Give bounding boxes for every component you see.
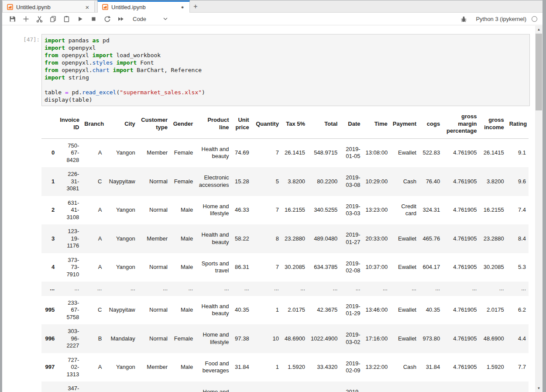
table-row: 996303-96-2227BMandalayNormalFemaleHome … (41, 324, 529, 353)
table-cell: 40.35 (232, 296, 252, 325)
table-cell: Cash (390, 353, 419, 382)
table-cell: Male (170, 224, 196, 253)
table-cell: 6.2 (507, 296, 529, 325)
table-cell: Cash (390, 382, 419, 392)
table-cell: 324.31 (419, 196, 443, 225)
table-cell: Health and beauty (196, 296, 231, 325)
table-cell: 2019-01-27 (340, 224, 363, 253)
table-cell: C (82, 296, 104, 325)
interrupt-kernel-button[interactable] (87, 13, 100, 25)
add-cell-button[interactable] (19, 13, 33, 25)
table-cell: Male (170, 296, 196, 325)
table-cell: Member (138, 138, 170, 167)
column-header: Payment (390, 110, 419, 138)
table-cell: 26.1415 (282, 138, 308, 167)
table-cell: 15.28 (232, 167, 252, 196)
table-cell: 7 (252, 253, 282, 282)
table-cell: Naypyitaw (104, 296, 137, 325)
chevron-down-icon (162, 15, 169, 22)
table-cell: Normal (138, 167, 170, 196)
tab-untitled-1[interactable]: Untitled.ipynb × (2, 0, 95, 12)
table-cell: 20:33:00 (363, 224, 390, 253)
new-tab-button[interactable]: + (190, 0, 201, 12)
table-cell: ... (138, 282, 170, 296)
table-row: ........................................… (41, 282, 529, 296)
table-row: 4373-73-7910AYangonNormalMaleSports and … (41, 253, 529, 282)
cut-cell-button[interactable] (33, 13, 46, 25)
table-cell: 4.761905 (443, 224, 479, 253)
table-cell: Member (138, 224, 170, 253)
paste-cell-button[interactable] (60, 13, 73, 25)
column-header: Rating (507, 110, 529, 138)
table-cell: 7 (252, 138, 282, 167)
notebook-file-icon (7, 4, 13, 10)
table-cell: 4.761905 (443, 382, 479, 392)
table-cell: 634.3785 (308, 253, 340, 282)
column-header: Customer type (138, 110, 170, 138)
tab-untitled-2[interactable]: Untitled.ipynb ● (97, 0, 190, 12)
table-cell: Male (170, 253, 196, 282)
table-cell: Cash (390, 167, 419, 196)
table-cell: 2019-03-08 (340, 167, 363, 196)
vertical-scrollbar[interactable]: ▲ ▼ (535, 26, 543, 392)
table-cell: Yangon (104, 196, 137, 225)
bug-icon (460, 15, 467, 23)
stop-icon (90, 15, 97, 23)
kernel-name[interactable]: Python 3 (ipykernel) (476, 16, 526, 22)
table-cell: 2019-01-29 (340, 296, 363, 325)
table-cell: 65.82 (419, 382, 443, 392)
table-cell: ... (170, 282, 196, 296)
table-cell: ... (82, 282, 104, 296)
table-cell: 31.84 (232, 353, 252, 382)
table-cell: Ewallet (390, 253, 419, 282)
table-cell: 48.6900 (282, 324, 308, 353)
row-index: 1 (41, 167, 57, 196)
table-cell: 65.82 (232, 382, 252, 392)
column-header: gross margin percentage (443, 110, 479, 138)
table-cell: Credit card (390, 196, 419, 225)
table-cell: 31.84 (419, 353, 443, 382)
table-cell: 26.1415 (479, 138, 506, 167)
code-editor[interactable]: import pandas as pd import openpyxl from… (41, 34, 530, 106)
close-icon[interactable]: × (84, 3, 91, 11)
scroll-up-icon[interactable]: ▲ (535, 26, 543, 33)
notebook-file-icon (102, 4, 108, 10)
table-cell: 46.33 (232, 196, 252, 225)
row-index: ... (41, 282, 57, 296)
table-cell: 3.8200 (282, 167, 308, 196)
table-cell: 15:33:00 (363, 382, 390, 392)
column-header: Unit price (232, 110, 252, 138)
copy-cell-button[interactable] (46, 13, 60, 25)
row-index: 995 (41, 296, 57, 325)
notebook-toolbar: Code Python 3 (ipykernel) (2, 13, 543, 25)
table-cell: Health and beauty (196, 138, 231, 167)
table-cell: Ewallet (390, 296, 419, 325)
table-cell: 1 (252, 353, 282, 382)
table-cell: 2019-03-02 (340, 324, 363, 353)
debugger-button[interactable] (457, 13, 470, 25)
table-cell: ... (390, 282, 419, 296)
table-cell: 76.40 (419, 167, 443, 196)
save-button[interactable] (6, 13, 19, 25)
table-cell: C (82, 167, 104, 196)
table-cell: 373-73-7910 (57, 253, 82, 282)
table-cell: 69.1110 (308, 382, 340, 392)
table-cell: 23.2880 (479, 224, 506, 253)
table-cell: 3.2910 (479, 382, 506, 392)
kernel-status-icon[interactable] (532, 16, 537, 22)
run-icon (76, 15, 84, 23)
table-cell: 1 (252, 382, 282, 392)
run-cell-button[interactable] (73, 13, 87, 25)
table-cell: 80.2200 (308, 167, 340, 196)
column-header: Tax 5% (282, 110, 308, 138)
cell-type-dropdown[interactable]: Code (133, 15, 169, 22)
tab-title: Untitled.ipynb (16, 4, 81, 10)
table-cell: 347-56-2442 (57, 382, 82, 392)
table-cell: Food and beverages (196, 353, 231, 382)
table-cell: 97.38 (232, 324, 252, 353)
restart-run-all-button[interactable] (114, 13, 127, 25)
scrollbar-thumb[interactable] (536, 34, 542, 110)
scroll-down-icon[interactable]: ▼ (535, 385, 543, 392)
table-cell: 303-96-2227 (57, 324, 82, 353)
restart-kernel-button[interactable] (100, 13, 114, 25)
